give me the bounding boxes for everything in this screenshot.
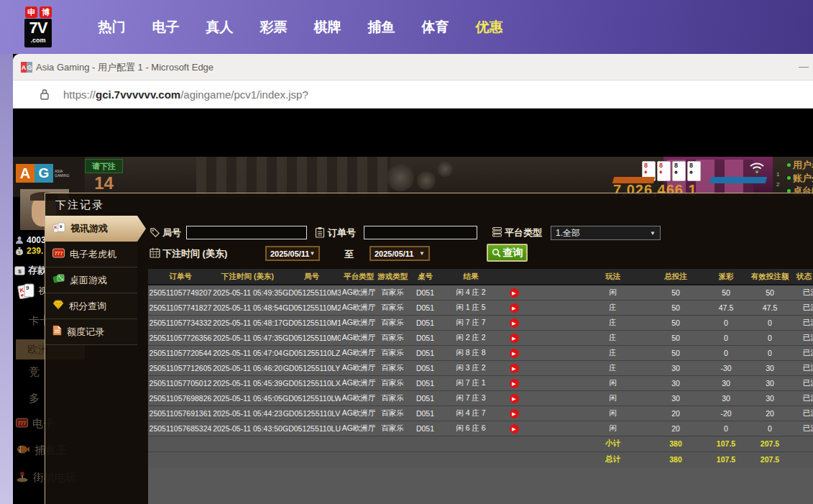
table-cell: 百家乐 xyxy=(377,421,408,436)
table-cell: 闲 4 庄 7 xyxy=(442,406,500,421)
table-cell: -20 xyxy=(704,406,748,421)
table-cell: 百家乐 xyxy=(377,300,408,315)
summary-cell xyxy=(377,436,408,452)
order-input[interactable] xyxy=(364,226,477,239)
table-cell: GD051255110LU xyxy=(283,421,341,436)
ag-logo-a: A xyxy=(16,164,35,183)
minimize-button[interactable]: — xyxy=(797,54,810,81)
browser-content: 请下注 14 8♦8♦8♠8♠ 7,026,466.1 用户名账户余桌台编 1 … xyxy=(13,109,813,504)
table-row: 2505110577343322025-05-11 05:48:17GD0512… xyxy=(148,315,813,330)
table-cell: 50 xyxy=(647,330,704,345)
logo-badges: 申博 xyxy=(25,6,53,18)
table-cell: 0 xyxy=(748,315,792,330)
browser-urlbar[interactable]: https://gci.7vvvvvv.com/agingame/pcv1/in… xyxy=(13,81,813,109)
platform-select[interactable]: 1.全部 ▼ xyxy=(551,226,661,240)
table-cell: 0 xyxy=(748,345,792,360)
video-menu-row[interactable]: K 9 ♥ 视 xyxy=(17,282,47,301)
screenshot-root: 申博 7V .com 热门电子真人彩票棋牌捕鱼体育优惠 A G Asia Gam… xyxy=(0,0,813,504)
svg-text:$: $ xyxy=(18,267,22,274)
lock-icon[interactable] xyxy=(40,88,50,101)
play-video-button[interactable]: ▶ xyxy=(510,303,519,313)
play-video-button[interactable]: ▶ xyxy=(510,409,519,418)
nav-item-体育[interactable]: 体育 xyxy=(408,18,462,37)
table-cell: D051 xyxy=(408,406,442,421)
table-cell: 250511057720544 xyxy=(148,345,213,360)
tiny-number: 2 xyxy=(776,181,779,188)
summary-cell xyxy=(408,452,442,467)
panel-sidebar-item-积分查询[interactable]: 积分查询 xyxy=(45,293,137,319)
table-cell xyxy=(528,375,579,390)
panel-sidebar-item-额度记录[interactable]: 额度记录 xyxy=(45,319,137,345)
play-video-button[interactable]: ▶ xyxy=(510,394,519,403)
chevron-down-icon: ▼ xyxy=(309,250,315,257)
nav-item-捕鱼[interactable]: 捕鱼 xyxy=(354,18,408,37)
site-logo[interactable]: 申博 7V .com xyxy=(24,6,53,48)
table-cell: 250511057685324 xyxy=(148,421,213,436)
nav-item-棋牌[interactable]: 棋牌 xyxy=(300,18,354,37)
table-cell: 250511057691361 xyxy=(148,406,213,421)
table-cell: AG欧洲厅 xyxy=(341,315,377,330)
account-id: 4003 xyxy=(27,235,46,245)
play-video-button[interactable]: ▶ xyxy=(510,334,519,343)
summary-cell xyxy=(500,452,528,467)
summary-cell xyxy=(528,436,579,452)
date-to-dropdown[interactable]: 2025/05/11 ▼ xyxy=(369,246,430,261)
summary-cell: 总计 xyxy=(579,452,647,467)
table-cell: AG欧洲厅 xyxy=(341,360,377,375)
replay-cell: ▶ xyxy=(500,330,528,345)
nav-item-彩票[interactable]: 彩票 xyxy=(247,18,300,37)
panel-title: 下注记录 xyxy=(55,193,104,216)
doc-icon xyxy=(52,325,62,339)
dim-menu-label: 多 xyxy=(29,392,40,406)
table-cell: 2025-05-11 05:43:50 xyxy=(213,421,283,436)
cards-icon: 9K xyxy=(52,222,65,236)
nav-item-优惠[interactable]: 优惠 xyxy=(462,18,516,37)
gem-icon xyxy=(52,300,64,313)
search-button[interactable]: 查询 xyxy=(487,244,528,262)
person-icon xyxy=(15,236,24,244)
table-cell: 已派彩 xyxy=(792,300,813,315)
play-video-button[interactable]: ▶ xyxy=(510,349,519,358)
play-video-button[interactable]: ▶ xyxy=(510,424,519,434)
sidebar-item-label: 桌面游戏 xyxy=(70,274,107,287)
table-cell: 30 xyxy=(647,375,704,390)
nav-item-热门[interactable]: 热门 xyxy=(85,18,139,37)
table-cell: 30 xyxy=(704,390,748,406)
summary-cell: 380 xyxy=(647,452,704,467)
browser-titlebar[interactable]: A G Asia Gaming - 用户配置 1 - Microsoft Edg… xyxy=(13,54,813,81)
table-cell: 百家乐 xyxy=(377,285,408,300)
nav-item-真人[interactable]: 真人 xyxy=(193,18,247,37)
logo-text: 7V xyxy=(24,19,52,37)
background-menu-item-竞[interactable]: 竞 xyxy=(16,365,40,379)
account-balance-row: $ 239. xyxy=(15,246,43,256)
table-cell: 30 xyxy=(748,360,792,375)
table-cell xyxy=(528,345,579,360)
table-row: 2505110577418272025-05-11 05:48:54GD0512… xyxy=(148,300,813,315)
table-cell: 50 xyxy=(704,285,748,300)
table-cell: 闲 xyxy=(579,375,647,390)
chevron-down-icon: ▼ xyxy=(650,230,656,237)
status-dot xyxy=(787,176,791,180)
round-input[interactable] xyxy=(186,226,307,239)
deposit-row[interactable]: $ 存款 xyxy=(14,264,47,277)
table-cell xyxy=(528,360,579,375)
table-cell xyxy=(528,285,579,300)
table-cell: D051 xyxy=(408,315,442,330)
replay-cell: ▶ xyxy=(500,360,528,375)
panel-sidebar-item-电子老虎机[interactable]: 777电子老虎机 xyxy=(45,242,137,267)
play-video-button[interactable]: ▶ xyxy=(510,288,519,298)
table-cell: 2025-05-11 05:47:35 xyxy=(213,330,283,345)
play-video-button[interactable]: ▶ xyxy=(510,379,519,388)
panel-sidebar-item-视讯游戏[interactable]: 9K视讯游戏 xyxy=(45,216,146,242)
window-title: Asia Gaming - 用户配置 1 - Microsoft Edge xyxy=(36,54,213,81)
play-video-button[interactable]: ▶ xyxy=(510,364,519,373)
playing-cards-icon: K 9 ♥ xyxy=(17,282,35,301)
background-menu-item-多[interactable]: 多 xyxy=(16,392,40,406)
url-text[interactable]: https://gci.7vvvvvv.com/agingame/pcv1/in… xyxy=(63,81,308,109)
panel-sidebar-item-桌面游戏[interactable]: 桌面游戏 xyxy=(45,267,137,293)
nav-item-电子[interactable]: 电子 xyxy=(139,18,193,37)
table-cell: 闲 7 庄 3 xyxy=(442,390,500,406)
play-video-button[interactable]: ▶ xyxy=(510,319,519,328)
date-from-dropdown[interactable]: 2025/05/11 ▼ xyxy=(265,246,320,261)
ag-logo-g: G xyxy=(35,164,53,183)
